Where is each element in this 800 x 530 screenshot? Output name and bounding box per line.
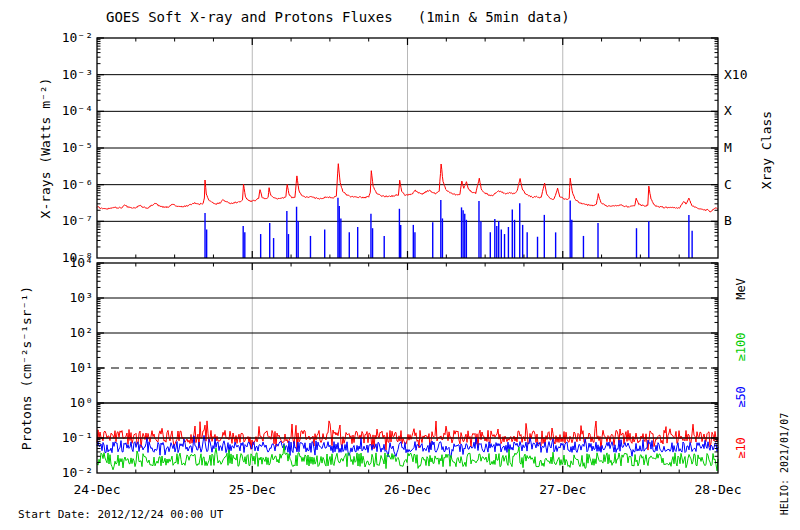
xray-class-label: M [724, 141, 732, 154]
xray-y-tick-label: 10⁻³ [0, 68, 93, 81]
xray-class-axis-title: Xray Class [760, 111, 773, 189]
proton-energy-label: ≥10 [735, 437, 747, 459]
x-axis-day-label: 28-Dec [686, 483, 750, 496]
x-axis-day-label: 26-Dec [376, 483, 440, 496]
xray-y-tick-label: 10⁻⁷ [0, 214, 93, 227]
xray-class-label: X [724, 104, 732, 117]
protons-y-tick-label: 10⁻² [0, 466, 93, 479]
x-axis-day-label: 27-Dec [531, 483, 595, 496]
helio-watermark: HELIO: 2021/01/07 [780, 413, 790, 515]
proton-energy-label: ≥50 [735, 386, 747, 408]
chart-title: GOES Soft X-ray and Protons Fluxes (1min… [106, 10, 570, 24]
goes-flux-plot: GOES Soft X-ray and Protons Fluxes (1min… [0, 0, 800, 530]
xray-y-tick-label: 10⁻⁴ [0, 104, 93, 117]
start-date-label: Start Date: 2012/12/24 00:00 UT [18, 509, 223, 520]
protons-y-tick-label: 10⁻¹ [0, 431, 93, 444]
proton-energy-label: ≥100 [735, 333, 747, 362]
protons-y-tick-label: 10⁴ [0, 256, 93, 269]
xray-y-tick-label: 10⁻⁶ [0, 178, 93, 191]
x-axis-day-label: 24-Dec [65, 483, 129, 496]
xray-y-tick-label: 10⁻² [0, 31, 93, 44]
x-axis-day-label: 25-Dec [220, 483, 284, 496]
xray-class-label: C [724, 178, 732, 191]
protons-y-tick-label: 10² [0, 326, 93, 339]
xray-y-tick-label: 10⁻⁵ [0, 141, 93, 154]
protons-y-tick-label: 10³ [0, 291, 93, 304]
xray-class-label: B [724, 214, 732, 227]
xray-class-label: X10 [724, 68, 747, 81]
protons-y-tick-label: 10⁰ [0, 396, 93, 409]
protons-y-tick-label: 10¹ [0, 361, 93, 374]
mev-axis-title: MeV [735, 278, 747, 300]
chart-canvas [0, 0, 800, 530]
